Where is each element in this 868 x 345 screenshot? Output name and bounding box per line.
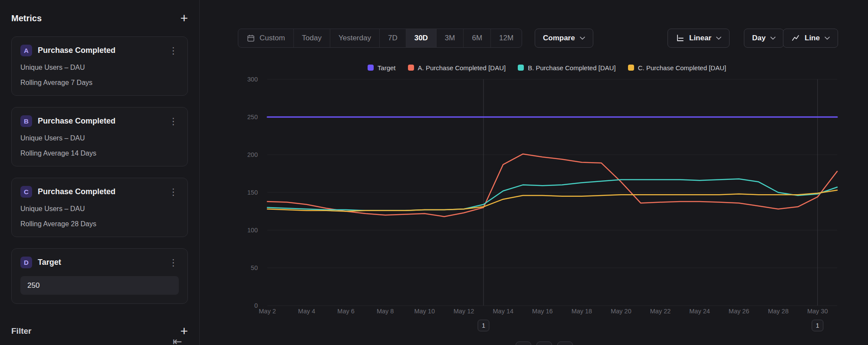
kebab-menu-icon[interactable]: ⋮ xyxy=(168,117,179,126)
x-axis-label: May 12 xyxy=(454,308,474,315)
calendar-icon xyxy=(247,34,255,42)
metric-card-c[interactable]: C Purchase Completed ⋮ Unique Users – DA… xyxy=(11,178,188,237)
metric-badge-b: B xyxy=(20,115,32,127)
x-axis-label: May 4 xyxy=(298,308,316,315)
legend-item-a[interactable]: A. Purchase Completed [DAU] xyxy=(408,64,506,72)
target-title: Target xyxy=(38,258,162,267)
line-chart[interactable]: 05010015020025030011May 2May 4May 6May 8… xyxy=(234,75,859,345)
y-axis-label: 100 xyxy=(247,227,258,234)
metrics-sidebar: Metrics + A Purchase Completed ⋮ Unique … xyxy=(0,0,200,345)
range-today[interactable]: Today xyxy=(294,29,330,47)
metric-rolling: Rolling Average 7 Days xyxy=(20,79,179,87)
target-card[interactable]: D Target ⋮ xyxy=(11,248,188,304)
range-label: 6M xyxy=(472,34,482,42)
legend-label: B. Purchase Completed [DAU] xyxy=(528,64,616,72)
compare-button[interactable]: Compare xyxy=(535,29,593,48)
y-axis-label: 250 xyxy=(247,114,258,120)
range-label: 12M xyxy=(499,34,513,42)
legend-label: C. Purchase Completed [DAU] xyxy=(638,64,726,72)
x-axis-label: May 18 xyxy=(572,308,592,315)
range-label: Yesterday xyxy=(339,34,371,42)
chevron-down-icon xyxy=(770,36,776,40)
range-label: 30D xyxy=(414,34,428,42)
x-axis-label: May 22 xyxy=(650,308,671,315)
chart-footer-button[interactable] xyxy=(536,342,552,345)
add-metric-button[interactable]: + xyxy=(180,12,188,25)
y-axis-label: 200 xyxy=(247,151,258,158)
annotation-badge-label: 1 xyxy=(482,322,485,329)
x-axis-label: May 2 xyxy=(259,308,276,315)
kebab-menu-icon[interactable]: ⋮ xyxy=(168,187,179,196)
legend-swatch xyxy=(368,65,374,71)
range-label: 3M xyxy=(445,34,455,42)
annotation-badge-label: 1 xyxy=(816,322,819,329)
legend-item-target[interactable]: Target xyxy=(368,64,396,72)
metrics-title: Metrics xyxy=(11,13,42,23)
target-value-input[interactable] xyxy=(20,276,179,295)
range-label: Custom xyxy=(260,34,285,42)
legend-item-c[interactable]: C. Purchase Completed [DAU] xyxy=(628,64,726,72)
metric-badge-d: D xyxy=(20,257,32,268)
range-label: 7D xyxy=(388,34,398,42)
range-3m[interactable]: 3M xyxy=(437,29,464,47)
range-30d[interactable]: 30D xyxy=(406,29,437,47)
metric-measure: Unique Users – DAU xyxy=(20,134,179,142)
metric-card-b[interactable]: B Purchase Completed ⋮ Unique Users – DA… xyxy=(11,107,188,166)
metric-rolling: Rolling Average 14 Days xyxy=(20,150,179,157)
range-12m[interactable]: 12M xyxy=(491,29,522,47)
x-axis-label: May 26 xyxy=(729,308,750,315)
series-line-3 xyxy=(267,190,837,212)
x-axis-label: May 28 xyxy=(768,308,789,315)
date-range-selector: Custom Today Yesterday 7D 30D 3M 6M 12M xyxy=(238,29,522,48)
metric-rolling: Rolling Average 28 Days xyxy=(20,220,179,228)
chart-footer-toolbar xyxy=(516,342,573,345)
legend-swatch xyxy=(518,65,524,71)
x-axis-label: May 6 xyxy=(337,308,355,315)
chevron-down-icon xyxy=(825,36,830,40)
granularity-select-button[interactable]: Day xyxy=(744,29,784,48)
linear-scale-icon xyxy=(676,34,684,42)
metric-title: Purchase Completed xyxy=(38,117,162,126)
metrics-header: Metrics + xyxy=(11,0,188,36)
x-axis-label: May 24 xyxy=(689,308,710,315)
metric-badge-c: C xyxy=(20,186,32,198)
chart-footer-button[interactable] xyxy=(516,342,531,345)
range-7d[interactable]: 7D xyxy=(380,29,406,47)
filter-section: Filter + xyxy=(11,325,188,338)
range-6m[interactable]: 6M xyxy=(464,29,491,47)
filter-title: Filter xyxy=(11,326,31,336)
granularity-label: Day xyxy=(752,34,766,42)
scale-label: Linear xyxy=(689,34,711,42)
metric-card-a[interactable]: A Purchase Completed ⋮ Unique Users – DA… xyxy=(11,36,188,96)
chart-type-label: Line xyxy=(805,34,820,42)
chart-footer-button[interactable] xyxy=(557,342,573,345)
x-axis-label: May 10 xyxy=(414,308,435,315)
line-chart-icon xyxy=(791,34,800,42)
x-axis-label: May 30 xyxy=(807,308,828,315)
chart-legend: Target A. Purchase Completed [DAU] B. Pu… xyxy=(234,62,859,73)
kebab-menu-icon[interactable]: ⋮ xyxy=(168,46,179,55)
kebab-menu-icon[interactable]: ⋮ xyxy=(168,258,179,267)
legend-swatch xyxy=(628,65,634,71)
collapse-sidebar-icon[interactable]: ⇤ xyxy=(173,335,182,345)
x-axis-label: May 8 xyxy=(377,308,394,315)
legend-item-b[interactable]: B. Purchase Completed [DAU] xyxy=(518,64,616,72)
range-custom[interactable]: Custom xyxy=(238,29,294,47)
metric-badge-a: A xyxy=(20,45,32,56)
chart-type-select-button[interactable]: Line xyxy=(783,29,838,48)
legend-label: Target xyxy=(378,64,396,72)
x-axis-label: May 14 xyxy=(493,308,514,315)
range-yesterday[interactable]: Yesterday xyxy=(330,29,380,47)
chart-svg[interactable]: 05010015020025030011May 2May 4May 6May 8… xyxy=(234,75,859,345)
y-axis-label: 0 xyxy=(254,302,258,309)
x-axis-label: May 20 xyxy=(611,308,631,315)
legend-swatch xyxy=(408,65,414,71)
chevron-down-icon xyxy=(580,36,585,40)
scale-select-button[interactable]: Linear xyxy=(667,29,730,48)
y-axis-label: 150 xyxy=(247,189,258,196)
metric-measure: Unique Users – DAU xyxy=(20,64,179,72)
y-axis-label: 50 xyxy=(251,264,258,271)
chevron-down-icon xyxy=(716,36,721,40)
compare-label: Compare xyxy=(543,34,575,42)
range-label: Today xyxy=(302,34,322,42)
